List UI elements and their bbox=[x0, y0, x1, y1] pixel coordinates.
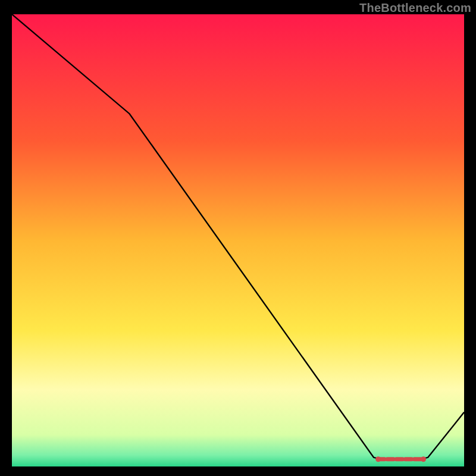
gradient-background bbox=[12, 14, 464, 466]
plot-area bbox=[12, 14, 464, 466]
svg-point-6 bbox=[421, 456, 426, 462]
watermark-text: TheBottleneck.com bbox=[359, 1, 471, 15]
chart-svg bbox=[12, 14, 464, 466]
chart-frame: TheBottleneck.com bbox=[0, 0, 476, 476]
svg-point-5 bbox=[375, 456, 381, 462]
optimal-marker bbox=[375, 456, 426, 462]
